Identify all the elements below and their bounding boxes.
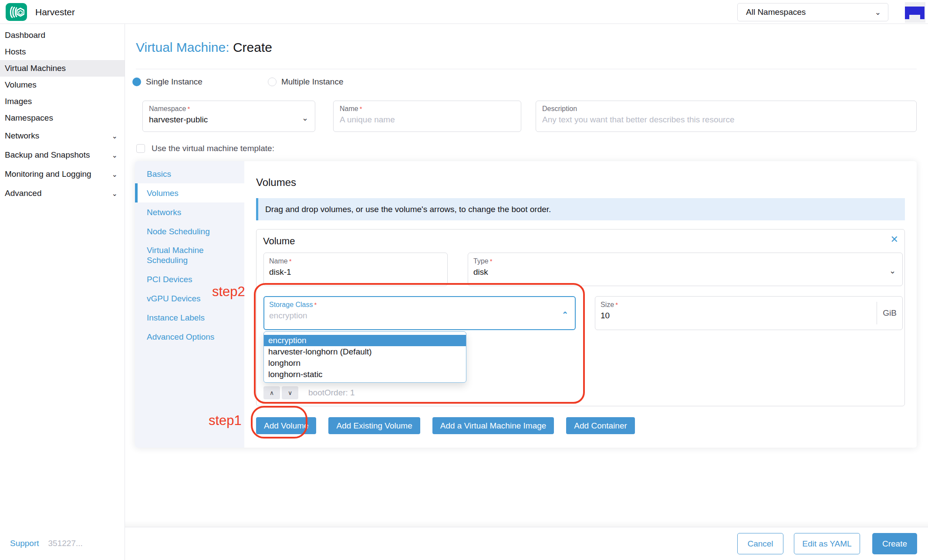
radio-selected-icon — [132, 78, 141, 86]
app-title: Harvester — [35, 0, 75, 24]
boot-order-down-button[interactable]: ∨ — [282, 386, 298, 399]
volume-name-field: Name* — [263, 253, 448, 286]
sidebar-item-networks[interactable]: Networks ⌄ — [0, 126, 125, 145]
tab-instance-labels[interactable]: Instance Labels — [135, 308, 244, 327]
footer-divider — [0, 527, 928, 527]
harvester-logo-icon[interactable] — [6, 3, 27, 21]
sidebar-item-virtual-machines[interactable]: Virtual Machines — [0, 60, 125, 77]
vm-name-label: Name* — [340, 105, 515, 113]
sidebar-item-advanced[interactable]: Advanced ⌄ — [0, 184, 125, 203]
instance-mode-radios: Single Instance Multiple Instance — [132, 77, 344, 87]
user-avatar[interactable] — [905, 2, 925, 23]
template-checkbox-row: Use the virtual machine template: — [136, 144, 274, 153]
chevron-down-icon: ⌄ — [889, 266, 896, 276]
remove-volume-icon[interactable]: ✕ — [891, 235, 898, 244]
storage-class-option-longhorn[interactable]: longhorn — [264, 358, 466, 369]
vm-create-form-card: Basics Volumes Networks Node Scheduling … — [135, 161, 917, 448]
page-title: Virtual Machine: Create — [136, 40, 272, 55]
storage-class-input[interactable] — [269, 311, 540, 320]
chevron-down-icon: ⌄ — [112, 151, 118, 159]
volume-type-select[interactable]: Type* disk ⌄ — [468, 253, 903, 286]
tab-advanced-options[interactable]: Advanced Options — [135, 327, 244, 346]
add-existing-volume-button[interactable]: Add Existing Volume — [328, 417, 420, 434]
description-field: Description — [536, 101, 917, 132]
add-vm-image-button[interactable]: Add a Virtual Machine Image — [432, 417, 554, 434]
vm-name-field: Name* — [333, 101, 521, 132]
volumes-section: Volumes Drag and drop volumes, or use th… — [244, 161, 917, 448]
add-volume-button[interactable]: Add Volume — [256, 417, 316, 434]
tab-pci-devices[interactable]: PCI Devices — [135, 270, 244, 289]
volumes-heading: Volumes — [256, 176, 905, 189]
volume-size-unit: GiB — [877, 297, 902, 330]
volume-card: Volume ✕ Name* Type* disk ⌄ Storage Clas… — [256, 229, 905, 406]
tab-node-scheduling[interactable]: Node Scheduling — [135, 222, 244, 241]
namespace-filter-value: All Namespaces — [746, 7, 806, 17]
description-input[interactable] — [542, 115, 910, 125]
template-checkbox[interactable] — [136, 144, 145, 153]
sidebar-item-hosts[interactable]: Hosts — [0, 44, 125, 60]
namespace-label: Namespace* — [149, 105, 309, 113]
create-button[interactable]: Create — [872, 533, 917, 554]
namespace-filter-select[interactable]: All Namespaces ⌄ — [737, 3, 888, 21]
volume-name-input[interactable] — [269, 267, 425, 277]
chevron-down-icon: ⌄ — [112, 132, 118, 140]
tab-vgpu-devices[interactable]: vGPU Devices — [135, 289, 244, 308]
caret-up-icon: ∧ — [270, 389, 274, 396]
sidebar-item-backup-and-snapshots[interactable]: Backup and Snapshots ⌄ — [0, 145, 125, 165]
title-divider — [136, 69, 917, 69]
sidebar-nav: Dashboard Hosts Virtual Machines Volumes… — [0, 24, 125, 203]
chevron-down-icon: ⌄ — [875, 8, 881, 17]
chevron-down-icon: ⌄ — [112, 170, 118, 179]
storage-class-select[interactable]: Storage Class* ⌃ — [263, 296, 576, 330]
form-section-nav: Basics Volumes Networks Node Scheduling … — [135, 161, 244, 448]
tab-basics[interactable]: Basics — [135, 164, 244, 183]
volume-name-label: Name* — [269, 257, 442, 265]
tab-volumes[interactable]: Volumes — [135, 183, 244, 202]
support-link[interactable]: Support — [10, 539, 39, 548]
page-title-suffix: Create — [233, 40, 272, 54]
storage-class-option-harvester-longhorn[interactable]: harvester-longhorn (Default) — [264, 346, 466, 358]
sidebar-item-volumes[interactable]: Volumes — [0, 77, 125, 93]
vm-name-input[interactable] — [340, 115, 515, 125]
sidebar-footer: Support 351227... — [10, 539, 83, 548]
wheat-icon — [9, 6, 24, 19]
add-container-button[interactable]: Add Container — [566, 417, 634, 434]
version-text: 351227... — [48, 539, 83, 548]
chevron-down-icon: ⌄ — [302, 113, 308, 123]
volume-type-label: Type* — [473, 257, 897, 265]
cancel-button[interactable]: Cancel — [737, 533, 783, 554]
top-header: Harvester All Namespaces ⌄ — [0, 0, 928, 24]
volume-size-input[interactable] — [601, 311, 867, 320]
tab-networks[interactable]: Networks — [135, 202, 244, 222]
storage-class-label: Storage Class* — [269, 301, 570, 309]
harvester-app: Harvester All Namespaces ⌄ Dashboard Hos… — [0, 0, 928, 560]
description-label: Description — [542, 105, 910, 113]
template-checkbox-label: Use the virtual machine template: — [152, 144, 274, 153]
sidebar-item-images[interactable]: Images — [0, 93, 125, 110]
page-title-prefix: Virtual Machine: — [136, 40, 229, 54]
footer-shadow — [0, 521, 928, 527]
chevron-down-icon: ⌄ — [112, 189, 118, 198]
sidebar-item-dashboard[interactable]: Dashboard — [0, 27, 125, 44]
edit-as-yaml-button[interactable]: Edit as YAML — [794, 533, 860, 554]
radio-unselected-icon — [268, 78, 277, 86]
boot-order-info-banner: Drag and drop volumes, or use the volume… — [256, 198, 905, 220]
volume-type-value: disk — [473, 267, 897, 277]
boot-order-text: bootOrder: 1 — [308, 388, 355, 398]
radio-multiple-instance[interactable]: Multiple Instance — [268, 77, 344, 87]
boot-order-up-button[interactable]: ∧ — [263, 386, 280, 399]
volume-actions: Add Volume Add Existing Volume Add a Vir… — [256, 417, 905, 434]
volume-size-label: Size* — [601, 301, 897, 309]
storage-class-option-encryption[interactable]: encryption — [264, 335, 466, 346]
radio-single-instance[interactable]: Single Instance — [132, 77, 202, 87]
tab-virtual-machine-scheduling[interactable]: Virtual Machine Scheduling — [135, 241, 244, 270]
namespace-value: harvester-public — [149, 115, 309, 125]
main-sidebar: Dashboard Hosts Virtual Machines Volumes… — [0, 24, 125, 560]
storage-class-option-longhorn-static[interactable]: longhorn-static — [264, 369, 466, 380]
sidebar-item-namespaces[interactable]: Namespaces — [0, 110, 125, 126]
namespace-select[interactable]: Namespace* harvester-public ⌄ — [142, 101, 315, 132]
avatar-image-notch — [909, 15, 920, 23]
caret-down-icon: ∨ — [288, 389, 292, 396]
volume-card-title: Volume — [263, 236, 295, 247]
sidebar-item-monitoring-and-logging[interactable]: Monitoring and Logging ⌄ — [0, 165, 125, 184]
